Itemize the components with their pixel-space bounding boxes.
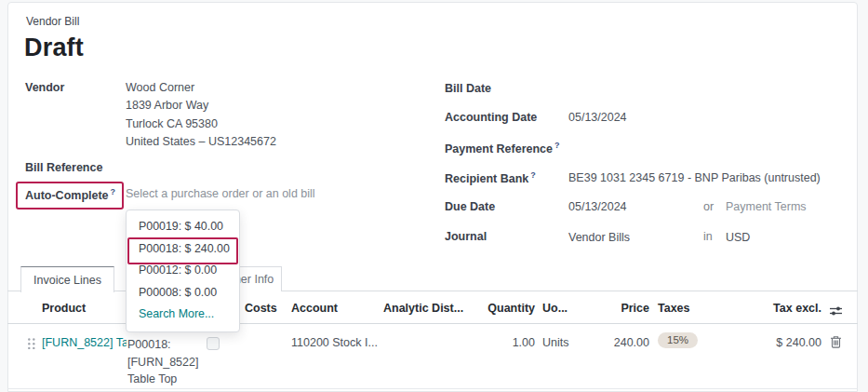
accounting-date-input[interactable]: 05/13/2024 bbox=[568, 111, 627, 124]
autocomplete-input[interactable]: Select a purchase order or an old bill bbox=[126, 187, 315, 200]
autocomplete-dropdown: P00019: $ 40.00 P00018: $ 240.00 P00012:… bbox=[126, 210, 240, 332]
row-label-line: Table Top bbox=[127, 371, 204, 388]
row-uom-cell[interactable]: Units bbox=[542, 336, 568, 349]
journal-input[interactable]: Vendor Bills bbox=[568, 231, 630, 244]
delete-row-trash-icon[interactable] bbox=[830, 335, 842, 348]
bill-reference-label: Bill Reference bbox=[25, 161, 102, 174]
recipient-bank-input[interactable]: BE39 1031 2345 6719 - BNP Paribas (untru… bbox=[568, 171, 821, 184]
row-product-link[interactable]: [FURN_8522] Tabl bbox=[42, 336, 127, 349]
drag-handle-icon[interactable] bbox=[27, 337, 36, 351]
row-costs-checkbox[interactable] bbox=[207, 337, 220, 350]
payment-reference-label: Payment Reference? bbox=[445, 141, 560, 155]
vendor-bill-form: Vendor Bill Draft Vendor Wood Corner 183… bbox=[0, 0, 868, 392]
row-price-cell[interactable]: 240.00 bbox=[614, 336, 649, 349]
col-header-account: Account bbox=[291, 302, 338, 315]
col-header-taxes: Taxes bbox=[658, 302, 690, 315]
vendor-address-line: Turlock CA 95380 bbox=[126, 115, 276, 133]
vendor-address-line: 1839 Arbor Way bbox=[126, 97, 276, 115]
vendor-address-block[interactable]: Wood Corner 1839 Arbor Way Turlock CA 95… bbox=[126, 79, 276, 152]
row-label-cell[interactable]: P00018: [FURN_8522] Table Top bbox=[127, 336, 204, 388]
col-header-costs: Costs bbox=[245, 302, 277, 315]
row-label-line: P00018: bbox=[127, 336, 204, 354]
dropdown-search-more-link[interactable]: Search More... bbox=[127, 304, 239, 326]
row-quantity-cell[interactable]: 1.00 bbox=[513, 336, 535, 349]
vendor-address-line: United States – US12345672 bbox=[126, 133, 276, 151]
bill-date-label: Bill Date bbox=[445, 82, 491, 95]
help-question-icon: ? bbox=[111, 187, 116, 196]
row-subtotal-cell: $ 240.00 bbox=[776, 336, 821, 349]
recipient-bank-label: Recipient Bank? bbox=[445, 170, 536, 185]
col-header-price: Price bbox=[621, 302, 649, 315]
help-question-icon: ? bbox=[554, 141, 560, 150]
col-header-analytic: Analytic Dist... bbox=[383, 302, 463, 315]
help-question-icon: ? bbox=[530, 170, 536, 180]
vendor-label: Vendor bbox=[25, 81, 64, 94]
or-label: or bbox=[703, 200, 714, 213]
due-date-label: Due Date bbox=[445, 200, 495, 213]
accounting-date-label: Accounting Date bbox=[445, 111, 537, 124]
doc-type-label: Vendor Bill bbox=[26, 15, 79, 28]
col-header-tax-excl: Tax excl. bbox=[773, 302, 821, 315]
journal-label: Journal bbox=[445, 230, 487, 243]
autocomplete-label: Auto-Complete? bbox=[25, 187, 115, 202]
dropdown-option[interactable]: P00019: $ 40.00 bbox=[127, 216, 239, 238]
due-date-input[interactable]: 05/13/2024 bbox=[568, 200, 627, 213]
col-header-product: Product bbox=[42, 302, 86, 315]
col-header-quantity: Quantity bbox=[487, 302, 535, 315]
in-label: in bbox=[703, 230, 713, 243]
status-draft-heading: Draft bbox=[24, 34, 84, 62]
currency-input[interactable]: USD bbox=[726, 231, 750, 244]
optional-columns-icon[interactable] bbox=[829, 304, 843, 318]
col-header-uom: Uo... bbox=[542, 302, 568, 315]
row-tax-badge[interactable]: 15% bbox=[658, 332, 698, 348]
row-account-cell[interactable]: 110200 Stock I... bbox=[291, 336, 378, 349]
row-label-line: [FURN_8522] bbox=[127, 354, 204, 372]
vendor-name[interactable]: Wood Corner bbox=[126, 79, 276, 97]
payment-terms-input[interactable]: Payment Terms bbox=[726, 200, 807, 213]
dropdown-option-highlight-box bbox=[127, 237, 238, 264]
dropdown-option[interactable]: P00008: $ 0.00 bbox=[127, 282, 239, 304]
tab-invoice-lines[interactable]: Invoice Lines bbox=[20, 266, 114, 292]
row-divider bbox=[7, 388, 858, 389]
